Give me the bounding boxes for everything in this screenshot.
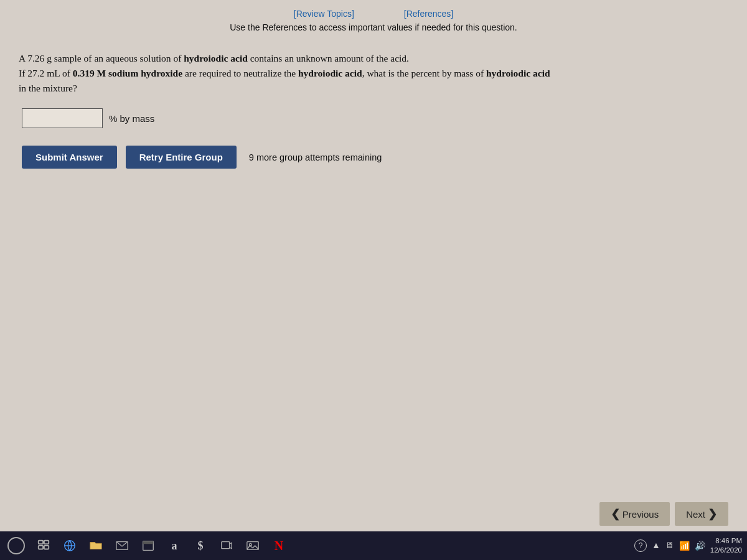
svg-rect-0 <box>39 541 43 544</box>
previous-button[interactable]: ❮ Previous <box>599 502 670 526</box>
taskbar-up-arrow-icon[interactable]: ▲ <box>652 541 660 551</box>
taskbar-right: ? ▲ 🖥 📶 🔊 8:46 PM 12/6/2020 <box>634 536 742 555</box>
unit-label: % by mass <box>109 113 154 124</box>
main-content: [Review Topics] [References] Use the Ref… <box>0 0 747 560</box>
taskbar-wifi-icon[interactable]: 📶 <box>679 541 690 551</box>
retry-entire-group-button[interactable]: Retry Entire Group <box>126 146 237 169</box>
taskbar-photos-icon[interactable] <box>242 534 264 557</box>
svg-rect-1 <box>44 541 49 544</box>
answer-input[interactable] <box>22 108 103 128</box>
submit-answer-button[interactable]: Submit Answer <box>22 146 117 169</box>
svg-rect-2 <box>39 546 43 549</box>
svg-rect-3 <box>44 546 49 549</box>
references-link[interactable]: [References] <box>404 9 453 19</box>
bottom-navigation: ❮ Previous Next ❯ <box>599 502 728 526</box>
buttons-row: Submit Answer Retry Entire Group 9 more … <box>19 146 728 169</box>
taskbar-media-icon[interactable] <box>215 534 238 557</box>
start-circle-icon <box>7 537 25 554</box>
taskbar-icons: a $ N <box>32 534 290 557</box>
taskbar-email-icon[interactable] <box>111 534 133 557</box>
question-area: A 7.26 g sample of an aqueous solution o… <box>0 45 747 181</box>
next-label: Next <box>686 509 705 520</box>
taskbar-text-icon[interactable]: a <box>163 534 186 557</box>
previous-arrow-icon: ❮ <box>611 507 620 521</box>
taskbar-finance-icon[interactable]: $ <box>189 534 212 557</box>
taskbar-help-icon[interactable]: ? <box>634 539 647 552</box>
taskbar-volume-icon[interactable]: 🔊 <box>695 541 705 551</box>
top-links-bar: [Review Topics] [References] <box>0 0 747 22</box>
taskbar-time-display: 8:46 PM <box>710 536 742 546</box>
references-notice: Use the References to access important v… <box>0 22 747 32</box>
taskbar-network-icon[interactable]: 🖥 <box>665 541 674 551</box>
next-arrow-icon: ❯ <box>708 507 717 521</box>
taskbar-browser-icon[interactable] <box>59 534 81 557</box>
taskbar: a $ N ? <box>0 531 747 560</box>
review-topics-link[interactable]: [Review Topics] <box>294 9 354 19</box>
question-line2: If 27.2 mL of 0.319 M sodium hydroxide a… <box>19 68 550 78</box>
attempts-remaining-text: 9 more group attempts remaining <box>249 152 382 162</box>
question-line1: A 7.26 g sample of an aqueous solution o… <box>19 53 409 63</box>
question-line3: in the mixture? <box>19 83 77 93</box>
svg-rect-8 <box>222 542 230 549</box>
question-text: A 7.26 g sample of an aqueous solution o… <box>19 51 728 96</box>
answer-area: % by mass <box>19 108 728 128</box>
taskbar-date-display: 12/6/2020 <box>710 546 742 555</box>
taskbar-datetime: 8:46 PM 12/6/2020 <box>710 536 742 555</box>
start-button[interactable] <box>5 534 27 557</box>
svg-rect-7 <box>143 541 154 544</box>
next-button[interactable]: Next ❯ <box>675 502 728 526</box>
previous-label: Previous <box>622 509 659 520</box>
taskbar-file-explorer-icon[interactable] <box>85 534 107 557</box>
taskbar-search-icon[interactable] <box>32 534 55 557</box>
taskbar-netflix-icon[interactable]: N <box>268 534 290 557</box>
taskbar-window-icon[interactable] <box>137 534 159 557</box>
